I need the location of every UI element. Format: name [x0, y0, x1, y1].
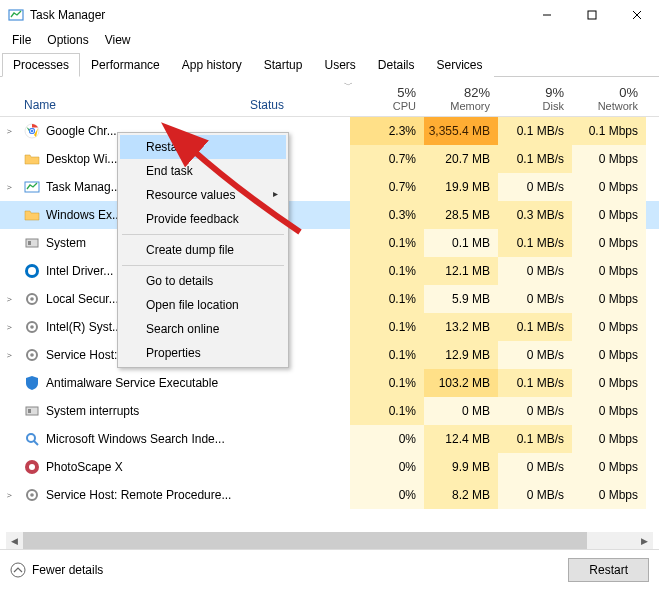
cell-cpu: 0.1% [350, 229, 424, 257]
header-name[interactable]: Name [18, 98, 250, 112]
expand-toggle[interactable]: ＞ [0, 125, 18, 138]
cell-memory: 20.7 MB [424, 145, 498, 173]
search-icon [24, 431, 40, 447]
context-menu-item-resource-values[interactable]: Resource values [120, 183, 286, 207]
header-network-label: Network [598, 100, 638, 112]
expand-toggle[interactable]: ＞ [0, 321, 18, 334]
menu-options[interactable]: Options [39, 31, 96, 49]
tab-processes[interactable]: Processes [2, 53, 80, 77]
cell-network: 0 Mbps [572, 257, 646, 285]
photoscape-icon [24, 459, 40, 475]
cell-disk: 0 MB/s [498, 453, 572, 481]
cell-memory: 0 MB [424, 397, 498, 425]
cell-network: 0 Mbps [572, 201, 646, 229]
horizontal-scrollbar[interactable]: ◀ ▶ [6, 532, 653, 549]
gear-icon [24, 347, 40, 363]
context-menu-item-search-online[interactable]: Search online [120, 317, 286, 341]
process-name: Microsoft Windows Search Inde... [46, 432, 250, 446]
tab-users[interactable]: Users [313, 53, 366, 77]
process-row[interactable]: System0.1%0.1 MB0.1 MB/s0 Mbps [0, 229, 659, 257]
gear-icon [24, 291, 40, 307]
tab-services[interactable]: Services [426, 53, 494, 77]
scroll-right-button[interactable]: ▶ [636, 532, 653, 549]
process-row[interactable]: Antimalware Service Executable0.1%103.2 … [0, 369, 659, 397]
cell-cpu: 0% [350, 481, 424, 509]
process-row[interactable]: PhotoScape X0%9.9 MB0 MB/s0 Mbps [0, 453, 659, 481]
context-menu-item-create-dump-file[interactable]: Create dump file [120, 238, 286, 262]
process-row[interactable]: Desktop Wi...0.7%20.7 MB0.1 MB/s0 Mbps [0, 145, 659, 173]
cell-cpu: 0.7% [350, 173, 424, 201]
cell-disk: 0.3 MB/s [498, 201, 572, 229]
svg-point-18 [30, 325, 34, 329]
menu-file[interactable]: File [4, 31, 39, 49]
process-row[interactable]: ＞Intel(R) Syst...0.1%13.2 MB0.1 MB/s0 Mb… [0, 313, 659, 341]
tab-app-history[interactable]: App history [171, 53, 253, 77]
svg-point-28 [30, 493, 34, 497]
cell-memory: 3,355.4 MB [424, 117, 498, 145]
header-cpu[interactable]: ﹀ 5% CPU [350, 77, 424, 112]
svg-point-9 [31, 130, 34, 133]
fewer-details-label: Fewer details [32, 563, 103, 577]
process-row[interactable]: ＞Task Manag...0.7%19.9 MB0 MB/s0 Mbps [0, 173, 659, 201]
cell-network: 0 Mbps [572, 481, 646, 509]
cell-network: 0 Mbps [572, 285, 646, 313]
scroll-track[interactable] [23, 532, 636, 549]
process-row[interactable]: ＞Service Host: UtcSvc0.1%12.9 MB0 MB/s0 … [0, 341, 659, 369]
process-row[interactable]: System interrupts0.1%0 MB0 MB/s0 Mbps [0, 397, 659, 425]
menu-bar: File Options View [0, 30, 659, 50]
process-row[interactable]: ＞Local Secur...0.1%5.9 MB0 MB/s0 Mbps [0, 285, 659, 313]
cell-memory: 12.4 MB [424, 425, 498, 453]
fewer-details-toggle[interactable]: Fewer details [10, 562, 103, 578]
tab-performance[interactable]: Performance [80, 53, 171, 77]
header-status[interactable]: Status [250, 98, 350, 112]
context-menu-item-go-to-details[interactable]: Go to details [120, 269, 286, 293]
context-menu-item-provide-feedback[interactable]: Provide feedback [120, 207, 286, 231]
tab-details[interactable]: Details [367, 53, 426, 77]
expand-toggle[interactable]: ＞ [0, 293, 18, 306]
cell-network: 0 Mbps [572, 341, 646, 369]
process-list: ＞Google Chr...2.3%3,355.4 MB0.1 MB/s0.1 … [0, 117, 659, 509]
cell-disk: 0 MB/s [498, 285, 572, 313]
cell-memory: 9.9 MB [424, 453, 498, 481]
shield-icon [24, 375, 40, 391]
tab-startup[interactable]: Startup [253, 53, 314, 77]
process-name: Service Host: Remote Procedure... [46, 488, 250, 502]
context-menu-item-open-file-location[interactable]: Open file location [120, 293, 286, 317]
process-row[interactable]: Microsoft Windows Search Inde...0%12.4 M… [0, 425, 659, 453]
close-button[interactable] [614, 0, 659, 30]
header-memory[interactable]: 82% Memory [424, 77, 498, 112]
chevron-up-circle-icon [10, 562, 26, 578]
cell-cpu: 0.3% [350, 201, 424, 229]
cell-cpu: 2.3% [350, 117, 424, 145]
cell-cpu: 0.1% [350, 257, 424, 285]
cell-disk: 0 MB/s [498, 397, 572, 425]
system-icon [24, 235, 40, 251]
menu-view[interactable]: View [97, 31, 139, 49]
context-menu-item-end-task[interactable]: End task [120, 159, 286, 183]
context-menu-item-properties[interactable]: Properties [120, 341, 286, 365]
title-bar: Task Manager [0, 0, 659, 30]
minimize-button[interactable] [524, 0, 569, 30]
context-menu-separator [122, 265, 284, 266]
system-icon [24, 403, 40, 419]
maximize-button[interactable] [569, 0, 614, 30]
process-row[interactable]: Windows Ex...0.3%28.5 MB0.3 MB/s0 Mbps [0, 201, 659, 229]
scroll-left-button[interactable]: ◀ [6, 532, 23, 549]
process-name: System interrupts [46, 404, 250, 418]
process-row[interactable]: ＞Google Chr...2.3%3,355.4 MB0.1 MB/s0.1 … [0, 117, 659, 145]
process-row[interactable]: Intel Driver...0.1%12.1 MB0 MB/s0 Mbps [0, 257, 659, 285]
process-row[interactable]: ＞Service Host: Remote Procedure...0%8.2 … [0, 481, 659, 509]
expand-toggle[interactable]: ＞ [0, 489, 18, 502]
header-disk[interactable]: 9% Disk [498, 77, 572, 112]
context-menu-separator [122, 234, 284, 235]
expand-toggle[interactable]: ＞ [0, 349, 18, 362]
chrome-icon [24, 123, 40, 139]
restart-button[interactable]: Restart [568, 558, 649, 582]
scroll-thumb[interactable] [23, 532, 587, 549]
header-cpu-label: CPU [393, 100, 416, 112]
header-network[interactable]: 0% Network [572, 77, 646, 112]
taskmgr-icon [24, 179, 40, 195]
context-menu-item-restart[interactable]: Restart [120, 135, 286, 159]
tab-strip: Processes Performance App history Startu… [0, 52, 659, 77]
expand-toggle[interactable]: ＞ [0, 181, 18, 194]
